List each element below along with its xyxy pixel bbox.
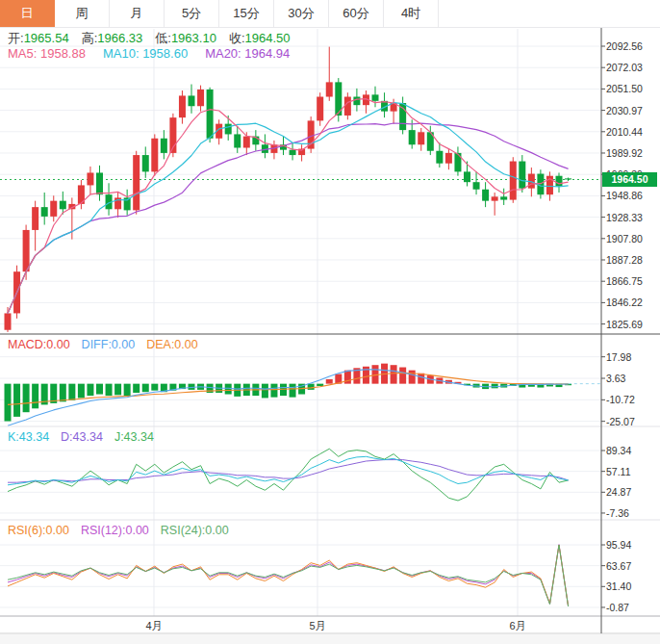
chart-canvas[interactable] [0,0,660,644]
y-tick-label: 24.87 [606,486,631,498]
y-tick-label: 95.94 [606,539,631,551]
close-quote: 收:1964.50 [229,30,291,47]
high-label: 高: [82,31,98,45]
kdj-header: K:43.34 D:43.34 J:43.34 [8,430,154,444]
dea-value: DEA:0.00 [146,338,198,351]
y-tick-label: 1907.80 [606,233,643,245]
k-value: K:43.34 [8,430,49,444]
close-value: 1964.50 [245,31,291,45]
y-tick-label: 2010.44 [606,126,643,138]
y-tick-label: -25.07 [606,416,635,427]
y-tick-label: 2092.56 [606,40,643,52]
diff-value: DIFF:0.00 [82,338,136,351]
tab-5m[interactable]: 5分 [165,0,219,27]
footer-strip [0,634,660,644]
y-tick-label: 63.67 [606,560,631,572]
tab-4h[interactable]: 4时 [384,0,439,27]
y-tick-label: 1948.86 [606,190,643,201]
tab-15m[interactable]: 15分 [219,0,274,27]
ma-bar: MA5: 1958.88 MA10: 1958.60 MA20: 1964.94 [8,46,290,61]
y-tick-label: 31.40 [606,580,631,592]
period-tabbar: 日 周 月 5分 15分 30分 60分 4时 [0,0,660,28]
open-value: 1965.54 [24,31,69,45]
y-tick-label: 1989.92 [606,147,643,159]
close-label: 收: [229,31,245,45]
d-value: D:43.34 [61,430,103,444]
macd-header: MACD:0.00 DIFF:0.00 DEA:0.00 [8,338,198,351]
ma10-value: MA10: 1958.60 [103,46,188,61]
open-quote: 开:1965.54 [8,30,69,47]
x-axis-label: 6月 [498,619,537,633]
y-tick-label: -0.87 [606,602,629,613]
open-label: 开: [8,31,24,45]
tab-1d[interactable]: 日 [0,0,55,27]
ma5-value: MA5: 1958.88 [8,46,86,61]
y-tick-label: 2072.03 [606,62,643,73]
high-quote: 高:1966.33 [82,30,143,47]
rsi-header: RSI(6):0.00 RSI(12):0.00 RSI(24):0.00 [8,524,229,537]
low-quote: 低:1963.10 [155,30,216,47]
y-tick-label: 57.11 [606,466,631,477]
rsi6-value: RSI(6):0.00 [8,524,69,537]
y-tick-label: 1825.69 [606,319,643,330]
rsi24-value: RSI(24):0.00 [161,524,229,537]
y-tick-label: -10.72 [606,394,635,405]
low-label: 低: [155,31,171,45]
y-tick-label: 17.98 [606,351,631,363]
tab-30m[interactable]: 30分 [274,0,329,27]
y-tick-label: 1866.75 [606,275,643,287]
macd-value: MACD:0.00 [8,338,70,351]
current-price-tag: 1964.50 [602,172,657,187]
ma20-value: MA20: 1964.94 [205,46,290,61]
y-tick-label: 3.63 [606,373,625,384]
tab-60m[interactable]: 60分 [329,0,384,27]
y-tick-label: 89.34 [606,445,631,456]
x-axis-label: 5月 [298,619,337,633]
y-tick-label: -7.36 [606,507,629,519]
kline-chart-app: 日 周 月 5分 15分 30分 60分 4时 开:1965.54 高:1966… [0,0,660,644]
tab-1w[interactable]: 周 [55,0,110,27]
y-tick-label: 2051.50 [606,83,643,94]
j-value: J:43.34 [114,430,154,444]
y-tick-label: 2030.97 [606,105,643,116]
low-value: 1963.10 [171,31,216,45]
high-value: 1966.33 [97,31,142,45]
tab-1mo[interactable]: 月 [110,0,165,27]
x-axis-label: 4月 [135,619,173,633]
quote-bar: 开:1965.54 高:1966.33 低:1963.10 收:1964.50 [8,30,291,47]
y-tick-label: 1887.28 [606,254,643,266]
y-tick-label: 1928.33 [606,212,643,223]
rsi12-value: RSI(12):0.00 [81,524,149,537]
y-tick-label: 1846.22 [606,296,643,308]
